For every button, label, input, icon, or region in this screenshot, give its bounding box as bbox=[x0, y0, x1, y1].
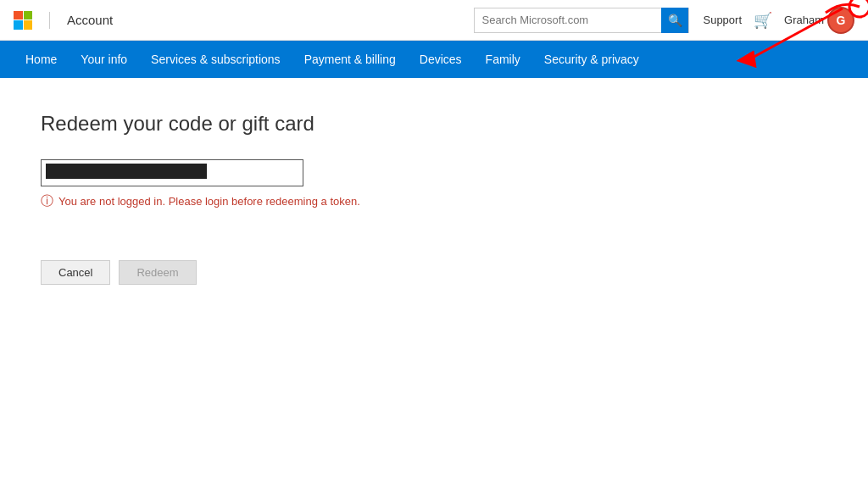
page-title: Redeem your code or gift card bbox=[41, 112, 827, 136]
brand-name: Account bbox=[67, 13, 113, 27]
error-text: You are not logged in. Please login befo… bbox=[58, 195, 360, 208]
logo-yellow bbox=[24, 20, 33, 30]
logo-blue bbox=[14, 20, 23, 30]
code-input[interactable] bbox=[41, 159, 303, 186]
error-message-area: ⓘ You are not logged in. Please login be… bbox=[41, 193, 827, 209]
logo-red bbox=[14, 11, 23, 20]
search-button[interactable]: 🔍 bbox=[661, 8, 688, 33]
button-area: Cancel Redeem bbox=[41, 260, 827, 285]
search-input[interactable] bbox=[475, 8, 661, 32]
header: Account 🔍 Support 🛒 Graham G bbox=[0, 0, 868, 41]
nav-item-devices[interactable]: Devices bbox=[408, 41, 474, 78]
divider bbox=[49, 12, 50, 29]
support-link[interactable]: Support bbox=[703, 14, 742, 26]
cart-icon[interactable]: 🛒 bbox=[754, 11, 772, 30]
logo-green bbox=[24, 11, 33, 20]
header-actions: Support 🛒 Graham G bbox=[703, 7, 854, 34]
main-content: Redeem your code or gift card ⓘ You are … bbox=[0, 78, 868, 319]
redeem-button[interactable]: Redeem bbox=[119, 260, 196, 285]
nav-item-family[interactable]: Family bbox=[474, 41, 532, 78]
nav-item-home[interactable]: Home bbox=[14, 41, 69, 78]
search-area: 🔍 bbox=[474, 8, 689, 33]
nav-item-payment[interactable]: Payment & billing bbox=[292, 41, 408, 78]
navbar: Home Your info Services & subscriptions … bbox=[0, 41, 868, 78]
nav-item-security[interactable]: Security & privacy bbox=[532, 41, 651, 78]
nav-item-your-info[interactable]: Your info bbox=[69, 41, 139, 78]
avatar: G bbox=[827, 7, 854, 34]
code-input-wrapper bbox=[41, 159, 303, 186]
search-box: 🔍 bbox=[474, 8, 689, 33]
nav-item-services[interactable]: Services & subscriptions bbox=[139, 41, 292, 78]
microsoft-logo bbox=[14, 11, 32, 30]
error-icon: ⓘ bbox=[41, 193, 53, 209]
avatar-area[interactable]: Graham G bbox=[784, 7, 854, 34]
user-name: Graham bbox=[784, 14, 824, 26]
cancel-button[interactable]: Cancel bbox=[41, 260, 110, 285]
logo-area: Account bbox=[14, 11, 113, 30]
